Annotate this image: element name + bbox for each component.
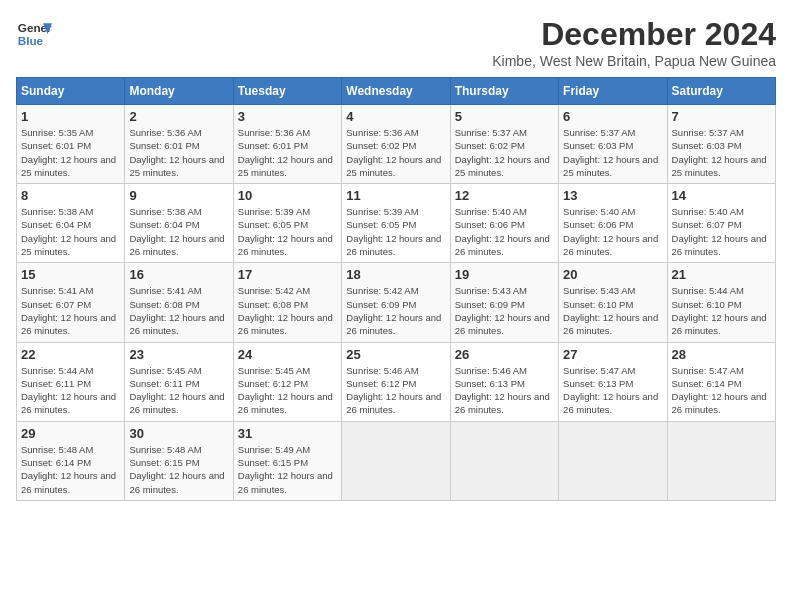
weekday-header: Saturday [667, 78, 775, 105]
weekday-header: Friday [559, 78, 667, 105]
day-info: Sunrise: 5:42 AM Sunset: 6:08 PM Dayligh… [238, 284, 337, 337]
calendar-cell: 31 Sunrise: 5:49 AM Sunset: 6:15 PM Dayl… [233, 421, 341, 500]
title-area: December 2024 Kimbe, West New Britain, P… [492, 16, 776, 69]
day-number: 14 [672, 188, 771, 203]
day-number: 23 [129, 347, 228, 362]
calendar-cell: 30 Sunrise: 5:48 AM Sunset: 6:15 PM Dayl… [125, 421, 233, 500]
day-number: 16 [129, 267, 228, 282]
day-number: 3 [238, 109, 337, 124]
calendar-cell: 7 Sunrise: 5:37 AM Sunset: 6:03 PM Dayli… [667, 105, 775, 184]
day-info: Sunrise: 5:40 AM Sunset: 6:06 PM Dayligh… [455, 205, 554, 258]
calendar-cell: 28 Sunrise: 5:47 AM Sunset: 6:14 PM Dayl… [667, 342, 775, 421]
day-number: 8 [21, 188, 120, 203]
day-number: 18 [346, 267, 445, 282]
day-number: 31 [238, 426, 337, 441]
weekday-header: Tuesday [233, 78, 341, 105]
calendar-cell: 20 Sunrise: 5:43 AM Sunset: 6:10 PM Dayl… [559, 263, 667, 342]
calendar-cell: 29 Sunrise: 5:48 AM Sunset: 6:14 PM Dayl… [17, 421, 125, 500]
weekday-header: Sunday [17, 78, 125, 105]
weekday-header: Wednesday [342, 78, 450, 105]
logo: General Blue [16, 16, 52, 52]
day-number: 26 [455, 347, 554, 362]
weekday-header-row: SundayMondayTuesdayWednesdayThursdayFrid… [17, 78, 776, 105]
calendar-cell: 18 Sunrise: 5:42 AM Sunset: 6:09 PM Dayl… [342, 263, 450, 342]
day-info: Sunrise: 5:45 AM Sunset: 6:11 PM Dayligh… [129, 364, 228, 417]
day-number: 11 [346, 188, 445, 203]
day-info: Sunrise: 5:38 AM Sunset: 6:04 PM Dayligh… [21, 205, 120, 258]
day-info: Sunrise: 5:40 AM Sunset: 6:06 PM Dayligh… [563, 205, 662, 258]
day-info: Sunrise: 5:49 AM Sunset: 6:15 PM Dayligh… [238, 443, 337, 496]
day-number: 9 [129, 188, 228, 203]
day-info: Sunrise: 5:37 AM Sunset: 6:03 PM Dayligh… [563, 126, 662, 179]
calendar-week-row: 22 Sunrise: 5:44 AM Sunset: 6:11 PM Dayl… [17, 342, 776, 421]
calendar-week-row: 8 Sunrise: 5:38 AM Sunset: 6:04 PM Dayli… [17, 184, 776, 263]
day-info: Sunrise: 5:46 AM Sunset: 6:13 PM Dayligh… [455, 364, 554, 417]
day-info: Sunrise: 5:48 AM Sunset: 6:14 PM Dayligh… [21, 443, 120, 496]
day-number: 10 [238, 188, 337, 203]
day-info: Sunrise: 5:37 AM Sunset: 6:03 PM Dayligh… [672, 126, 771, 179]
day-number: 20 [563, 267, 662, 282]
day-info: Sunrise: 5:41 AM Sunset: 6:07 PM Dayligh… [21, 284, 120, 337]
calendar-cell: 17 Sunrise: 5:42 AM Sunset: 6:08 PM Dayl… [233, 263, 341, 342]
day-number: 30 [129, 426, 228, 441]
logo-icon: General Blue [16, 16, 52, 52]
calendar-cell: 12 Sunrise: 5:40 AM Sunset: 6:06 PM Dayl… [450, 184, 558, 263]
svg-text:Blue: Blue [18, 34, 44, 47]
calendar-table: SundayMondayTuesdayWednesdayThursdayFrid… [16, 77, 776, 501]
weekday-header: Monday [125, 78, 233, 105]
day-info: Sunrise: 5:43 AM Sunset: 6:09 PM Dayligh… [455, 284, 554, 337]
calendar-cell: 19 Sunrise: 5:43 AM Sunset: 6:09 PM Dayl… [450, 263, 558, 342]
day-info: Sunrise: 5:39 AM Sunset: 6:05 PM Dayligh… [238, 205, 337, 258]
calendar-cell: 25 Sunrise: 5:46 AM Sunset: 6:12 PM Dayl… [342, 342, 450, 421]
calendar-cell: 21 Sunrise: 5:44 AM Sunset: 6:10 PM Dayl… [667, 263, 775, 342]
day-number: 15 [21, 267, 120, 282]
calendar-cell: 16 Sunrise: 5:41 AM Sunset: 6:08 PM Dayl… [125, 263, 233, 342]
day-number: 7 [672, 109, 771, 124]
day-info: Sunrise: 5:36 AM Sunset: 6:01 PM Dayligh… [238, 126, 337, 179]
calendar-cell: 5 Sunrise: 5:37 AM Sunset: 6:02 PM Dayli… [450, 105, 558, 184]
day-info: Sunrise: 5:40 AM Sunset: 6:07 PM Dayligh… [672, 205, 771, 258]
day-info: Sunrise: 5:47 AM Sunset: 6:14 PM Dayligh… [672, 364, 771, 417]
day-info: Sunrise: 5:44 AM Sunset: 6:11 PM Dayligh… [21, 364, 120, 417]
day-number: 22 [21, 347, 120, 362]
weekday-header: Thursday [450, 78, 558, 105]
calendar-cell [559, 421, 667, 500]
day-info: Sunrise: 5:38 AM Sunset: 6:04 PM Dayligh… [129, 205, 228, 258]
calendar-cell: 27 Sunrise: 5:47 AM Sunset: 6:13 PM Dayl… [559, 342, 667, 421]
day-info: Sunrise: 5:36 AM Sunset: 6:01 PM Dayligh… [129, 126, 228, 179]
day-info: Sunrise: 5:39 AM Sunset: 6:05 PM Dayligh… [346, 205, 445, 258]
calendar-cell: 22 Sunrise: 5:44 AM Sunset: 6:11 PM Dayl… [17, 342, 125, 421]
day-info: Sunrise: 5:42 AM Sunset: 6:09 PM Dayligh… [346, 284, 445, 337]
day-number: 21 [672, 267, 771, 282]
calendar-cell: 2 Sunrise: 5:36 AM Sunset: 6:01 PM Dayli… [125, 105, 233, 184]
calendar-cell: 14 Sunrise: 5:40 AM Sunset: 6:07 PM Dayl… [667, 184, 775, 263]
day-info: Sunrise: 5:35 AM Sunset: 6:01 PM Dayligh… [21, 126, 120, 179]
day-number: 5 [455, 109, 554, 124]
calendar-cell: 3 Sunrise: 5:36 AM Sunset: 6:01 PM Dayli… [233, 105, 341, 184]
day-info: Sunrise: 5:41 AM Sunset: 6:08 PM Dayligh… [129, 284, 228, 337]
day-info: Sunrise: 5:36 AM Sunset: 6:02 PM Dayligh… [346, 126, 445, 179]
day-number: 24 [238, 347, 337, 362]
calendar-week-row: 1 Sunrise: 5:35 AM Sunset: 6:01 PM Dayli… [17, 105, 776, 184]
page-header: General Blue December 2024 Kimbe, West N… [16, 16, 776, 69]
calendar-cell: 4 Sunrise: 5:36 AM Sunset: 6:02 PM Dayli… [342, 105, 450, 184]
calendar-cell: 1 Sunrise: 5:35 AM Sunset: 6:01 PM Dayli… [17, 105, 125, 184]
day-info: Sunrise: 5:37 AM Sunset: 6:02 PM Dayligh… [455, 126, 554, 179]
location-subtitle: Kimbe, West New Britain, Papua New Guine… [492, 53, 776, 69]
calendar-cell: 23 Sunrise: 5:45 AM Sunset: 6:11 PM Dayl… [125, 342, 233, 421]
calendar-cell: 26 Sunrise: 5:46 AM Sunset: 6:13 PM Dayl… [450, 342, 558, 421]
calendar-cell: 10 Sunrise: 5:39 AM Sunset: 6:05 PM Dayl… [233, 184, 341, 263]
day-number: 13 [563, 188, 662, 203]
calendar-cell: 9 Sunrise: 5:38 AM Sunset: 6:04 PM Dayli… [125, 184, 233, 263]
calendar-cell [450, 421, 558, 500]
day-number: 6 [563, 109, 662, 124]
day-number: 4 [346, 109, 445, 124]
day-number: 12 [455, 188, 554, 203]
calendar-cell: 11 Sunrise: 5:39 AM Sunset: 6:05 PM Dayl… [342, 184, 450, 263]
calendar-cell: 24 Sunrise: 5:45 AM Sunset: 6:12 PM Dayl… [233, 342, 341, 421]
month-title: December 2024 [492, 16, 776, 53]
calendar-cell: 13 Sunrise: 5:40 AM Sunset: 6:06 PM Dayl… [559, 184, 667, 263]
day-number: 28 [672, 347, 771, 362]
day-info: Sunrise: 5:45 AM Sunset: 6:12 PM Dayligh… [238, 364, 337, 417]
calendar-cell [342, 421, 450, 500]
